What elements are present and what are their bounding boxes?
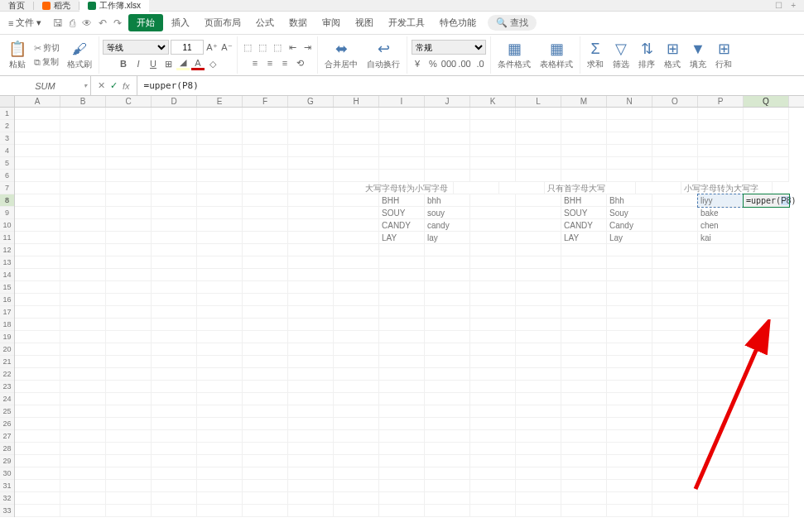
cell-H13[interactable] (334, 256, 379, 269)
cell-O26[interactable] (652, 418, 698, 430)
cell-I25[interactable] (379, 405, 425, 418)
cell-J12[interactable] (425, 244, 470, 256)
cell-J19[interactable] (425, 331, 470, 343)
col-header-D[interactable]: D (152, 96, 197, 107)
cell-H8[interactable] (334, 194, 379, 207)
cell-O13[interactable] (652, 256, 698, 269)
save-icon[interactable]: 🖫 (53, 17, 63, 29)
preview-icon[interactable]: 👁 (82, 17, 92, 29)
cell-F19[interactable] (243, 331, 288, 343)
cell-N29[interactable] (607, 455, 652, 467)
cell-E6[interactable] (197, 170, 243, 182)
col-header-Q[interactable]: Q (744, 96, 789, 107)
cell-A10[interactable] (15, 219, 60, 232)
cell-A21[interactable] (15, 356, 60, 368)
row-header-28[interactable]: 28 (0, 443, 14, 455)
row-header-16[interactable]: 16 (0, 294, 14, 306)
cell-J14[interactable] (425, 269, 470, 281)
cell-E14[interactable] (197, 269, 243, 281)
cell-Q8[interactable]: =upper(P8) (744, 194, 789, 207)
clear-format-button[interactable]: ◇ (206, 57, 219, 70)
cell-D14[interactable] (152, 269, 197, 281)
cell-B19[interactable] (60, 331, 106, 343)
cell-L8[interactable] (516, 194, 561, 207)
row-col-button[interactable]: ⊞行和 (712, 40, 735, 70)
cell-C7[interactable] (106, 182, 152, 194)
cell-N10[interactable]: Candy (607, 219, 652, 232)
cell-G28[interactable] (288, 443, 334, 455)
cell-M33[interactable] (561, 505, 607, 517)
cell-M15[interactable] (561, 281, 607, 294)
cell-K10[interactable] (470, 219, 516, 232)
cell-P26[interactable] (698, 418, 744, 430)
cell-D1[interactable] (152, 108, 197, 120)
cell-P22[interactable] (698, 368, 744, 381)
col-header-C[interactable]: C (106, 96, 152, 107)
cell-B10[interactable] (60, 219, 106, 232)
cell-C2[interactable] (106, 120, 152, 132)
cell-I32[interactable] (379, 492, 425, 505)
cell-A32[interactable] (15, 492, 60, 505)
cell-L33[interactable] (516, 505, 561, 517)
cell-A33[interactable] (15, 505, 60, 517)
cell-K14[interactable] (470, 269, 516, 281)
cell-M10[interactable]: CANDY (561, 219, 607, 232)
cell-D3[interactable] (152, 132, 197, 145)
cell-J11[interactable]: lay (425, 232, 470, 244)
cell-M19[interactable] (561, 331, 607, 343)
cell-N2[interactable] (607, 120, 652, 132)
cell-J6[interactable] (425, 170, 470, 182)
cell-B28[interactable] (60, 443, 106, 455)
cut-button[interactable]: ✂剪切 (32, 41, 61, 55)
cell-I19[interactable] (379, 331, 425, 343)
cell-A6[interactable] (15, 170, 60, 182)
cell-Q14[interactable] (744, 269, 789, 281)
cell-M21[interactable] (561, 356, 607, 368)
wrap-button[interactable]: ↩自动换行 (363, 40, 403, 70)
cell-L25[interactable] (516, 405, 561, 418)
cell-I33[interactable] (379, 505, 425, 517)
cell-F12[interactable] (243, 244, 288, 256)
cell-Q13[interactable] (744, 256, 789, 269)
name-box[interactable]: SUM (0, 76, 91, 95)
cell-F15[interactable] (243, 281, 288, 294)
cell-O24[interactable] (652, 393, 698, 405)
cell-O8[interactable] (652, 194, 698, 207)
cell-B5[interactable] (60, 157, 106, 170)
cell-D29[interactable] (152, 455, 197, 467)
cell-P12[interactable] (698, 244, 744, 256)
cell-A14[interactable] (15, 269, 60, 281)
col-header-L[interactable]: L (516, 96, 561, 107)
cell-M2[interactable] (561, 120, 607, 132)
dec-dec-icon[interactable]: .0 (474, 57, 487, 70)
cell-H16[interactable] (334, 294, 379, 306)
sort-button[interactable]: ⇅排序 (635, 40, 658, 70)
row-header-25[interactable]: 25 (0, 405, 14, 418)
cell-D2[interactable] (152, 120, 197, 132)
cell-M13[interactable] (561, 256, 607, 269)
row-header-29[interactable]: 29 (0, 455, 14, 467)
cell-J20[interactable] (425, 343, 470, 356)
cell-P27[interactable] (698, 430, 744, 443)
cell-P23[interactable] (698, 381, 744, 393)
cell-K29[interactable] (470, 455, 516, 467)
cell-M27[interactable] (561, 430, 607, 443)
cell-N14[interactable] (607, 269, 652, 281)
cell-O17[interactable] (652, 306, 698, 319)
cell-O16[interactable] (652, 294, 698, 306)
cell-D31[interactable] (152, 480, 197, 492)
cell-M16[interactable] (561, 294, 607, 306)
cell-D24[interactable] (152, 393, 197, 405)
menu-page-layout[interactable]: 页面布局 (198, 13, 248, 32)
align-middle-icon[interactable]: ⬚ (256, 41, 269, 54)
cell-O19[interactable] (652, 331, 698, 343)
cell-F5[interactable] (243, 157, 288, 170)
cell-P16[interactable] (698, 294, 744, 306)
cell-E5[interactable] (197, 157, 243, 170)
cell-E7[interactable] (197, 182, 243, 194)
cell-B31[interactable] (60, 480, 106, 492)
cell-J13[interactable] (425, 256, 470, 269)
cell-F8[interactable] (243, 194, 288, 207)
cell-L16[interactable] (516, 294, 561, 306)
cell-G30[interactable] (288, 467, 334, 480)
